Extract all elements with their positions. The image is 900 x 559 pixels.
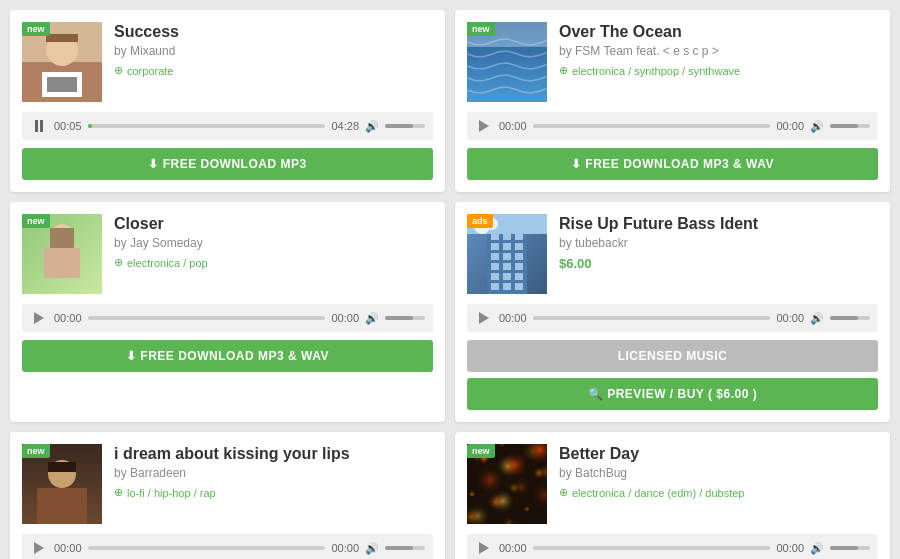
play-button[interactable]: [475, 117, 493, 135]
volume-bar[interactable]: [385, 124, 425, 128]
download-icon: ⬇: [126, 349, 137, 363]
current-time: 00:05: [54, 120, 82, 132]
volume-fill: [385, 316, 413, 320]
card-top: newSuccessby Mixaund⊕ corporate: [22, 22, 433, 102]
card-rise-up: adsRise Up Future Bass Identby tubebackr…: [455, 202, 890, 422]
pause-button[interactable]: [30, 117, 48, 135]
volume-icon: 🔊: [810, 120, 824, 133]
current-time: 00:00: [54, 542, 82, 554]
track-badge: new: [22, 22, 50, 36]
play-icon: [479, 542, 489, 554]
track-title: i dream about kissing your lips: [114, 444, 433, 463]
track-genre: ⊕ corporate: [114, 64, 433, 77]
volume-icon: 🔊: [365, 120, 379, 133]
track-title: Better Day: [559, 444, 878, 463]
total-time: 00:00: [331, 312, 359, 324]
progress-bar[interactable]: [533, 546, 771, 550]
total-time: 00:00: [776, 120, 804, 132]
track-artist: by Barradeen: [114, 466, 433, 480]
card-success: newSuccessby Mixaund⊕ corporate00:0504:2…: [10, 10, 445, 192]
track-genre: ⊕ electronica / dance (edm) / dubstep: [559, 486, 878, 499]
track-title: Closer: [114, 214, 433, 233]
track-info: Rise Up Future Bass Identby tubebackr$6.…: [559, 214, 878, 271]
thumbnail-wrap: ads: [467, 214, 547, 294]
track-title: Rise Up Future Bass Ident: [559, 214, 878, 233]
progress-bar[interactable]: [88, 546, 326, 550]
audio-player: 00:0000:00🔊: [467, 534, 878, 559]
track-badge: ads: [467, 214, 493, 228]
current-time: 00:00: [54, 312, 82, 324]
current-time: 00:00: [499, 542, 527, 554]
card-over-the-ocean: newOver The Oceanby FSM Team feat. < e s…: [455, 10, 890, 192]
card-top: newBetter Dayby BatchBug⊕ electronica / …: [467, 444, 878, 524]
track-badge: new: [467, 22, 495, 36]
play-button[interactable]: [475, 309, 493, 327]
volume-icon: 🔊: [810, 312, 824, 325]
card-closer: newCloserby Jay Someday⊕ electronica / p…: [10, 202, 445, 422]
download-button[interactable]: ⬇ FREE DOWNLOAD MP3 & WAV: [467, 148, 878, 180]
genre-icon: ⊕: [114, 256, 123, 269]
genre-icon: ⊕: [559, 486, 568, 499]
track-artist: by tubebackr: [559, 236, 878, 250]
card-top: newCloserby Jay Someday⊕ electronica / p…: [22, 214, 433, 294]
volume-fill: [385, 546, 413, 550]
play-button[interactable]: [30, 309, 48, 327]
play-icon: [479, 120, 489, 132]
volume-bar[interactable]: [385, 546, 425, 550]
download-icon: ⬇: [571, 157, 582, 171]
total-time: 00:00: [331, 542, 359, 554]
track-genre: ⊕ electronica / synthpop / synthwave: [559, 64, 878, 77]
genre-icon: ⊕: [114, 64, 123, 77]
card-top: adsRise Up Future Bass Identby tubebackr…: [467, 214, 878, 294]
progress-bar[interactable]: [533, 124, 771, 128]
card-top: newi dream about kissing your lipsby Bar…: [22, 444, 433, 524]
volume-bar[interactable]: [385, 316, 425, 320]
track-badge: new: [467, 444, 495, 458]
current-time: 00:00: [499, 312, 527, 324]
card-kissing-lips: newi dream about kissing your lipsby Bar…: [10, 432, 445, 559]
preview-buy-button[interactable]: 🔍 PREVIEW / BUY ( $6.00 ): [467, 378, 878, 410]
track-artist: by BatchBug: [559, 466, 878, 480]
audio-player: 00:0000:00🔊: [22, 534, 433, 559]
track-badge: new: [22, 214, 50, 228]
music-grid: newSuccessby Mixaund⊕ corporate00:0504:2…: [0, 0, 900, 559]
total-time: 00:00: [776, 312, 804, 324]
audio-player: 00:0504:28🔊: [22, 112, 433, 140]
licensed-music-label: Licensed Music: [467, 340, 878, 372]
volume-fill: [830, 546, 858, 550]
track-info: Better Dayby BatchBug⊕ electronica / dan…: [559, 444, 878, 499]
audio-player: 00:0000:00🔊: [467, 112, 878, 140]
search-icon: 🔍: [588, 387, 604, 401]
volume-bar[interactable]: [830, 124, 870, 128]
download-button[interactable]: ⬇ FREE DOWNLOAD MP3 & WAV: [22, 340, 433, 372]
volume-icon: 🔊: [365, 542, 379, 555]
track-price: $6.00: [559, 256, 878, 271]
download-icon: ⬇: [148, 157, 159, 171]
genre-icon: ⊕: [114, 486, 123, 499]
volume-icon: 🔊: [810, 542, 824, 555]
play-button[interactable]: [30, 539, 48, 557]
progress-bar[interactable]: [533, 316, 771, 320]
total-time: 04:28: [331, 120, 359, 132]
pause-icon: [35, 120, 43, 132]
track-genre: ⊕ electronica / pop: [114, 256, 433, 269]
progress-bar[interactable]: [88, 124, 326, 128]
progress-bar[interactable]: [88, 316, 326, 320]
volume-bar[interactable]: [830, 316, 870, 320]
play-icon: [34, 312, 44, 324]
track-genre: ⊕ lo-fi / hip-hop / rap: [114, 486, 433, 499]
track-badge: new: [22, 444, 50, 458]
volume-icon: 🔊: [365, 312, 379, 325]
track-title: Over The Ocean: [559, 22, 878, 41]
play-button[interactable]: [475, 539, 493, 557]
play-icon: [479, 312, 489, 324]
track-info: Closerby Jay Someday⊕ electronica / pop: [114, 214, 433, 269]
audio-player: 00:0000:00🔊: [22, 304, 433, 332]
current-time: 00:00: [499, 120, 527, 132]
card-better-day: newBetter Dayby BatchBug⊕ electronica / …: [455, 432, 890, 559]
track-title: Success: [114, 22, 433, 41]
volume-fill: [830, 124, 858, 128]
download-button[interactable]: ⬇ FREE DOWNLOAD MP3: [22, 148, 433, 180]
thumbnail-wrap: new: [22, 214, 102, 294]
volume-bar[interactable]: [830, 546, 870, 550]
